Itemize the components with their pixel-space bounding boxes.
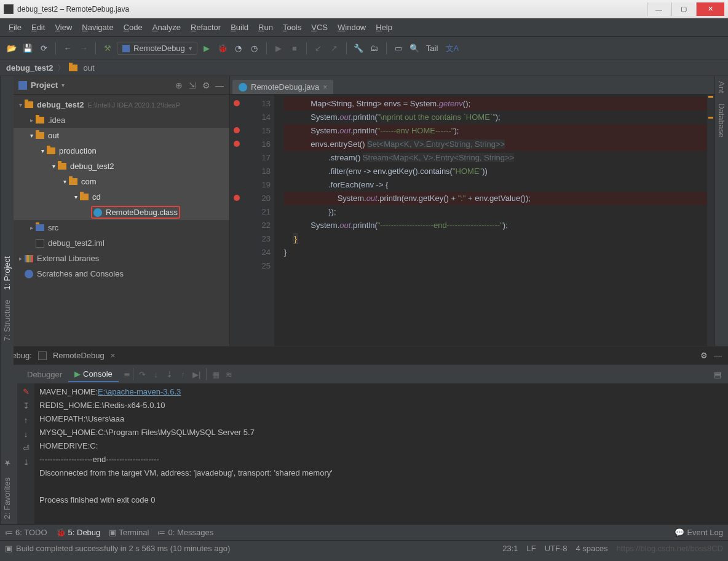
presentation-icon[interactable]: ▭	[392, 42, 405, 55]
menu-vcs[interactable]: VCS	[306, 23, 333, 32]
maximize-button[interactable]: ▢	[671, 2, 695, 16]
breakpoint-gutter[interactable]	[230, 95, 243, 346]
up-icon[interactable]: ↑	[24, 415, 28, 425]
vcs-commit-icon[interactable]: ↗	[328, 42, 341, 55]
status-lf[interactable]: LF	[527, 544, 536, 553]
search-icon[interactable]: 🔍	[408, 42, 421, 55]
menu-run[interactable]: Run	[253, 23, 278, 32]
evaluate-icon[interactable]: ▦	[209, 367, 223, 381]
close-tab-icon[interactable]: ×	[323, 83, 327, 92]
tab-console[interactable]: ▶Console	[68, 367, 119, 382]
editor-tab[interactable]: RemoteDebug.java ×	[232, 80, 333, 94]
run2-icon[interactable]: ▶	[272, 42, 285, 55]
minimize-button[interactable]: —	[647, 2, 670, 16]
vcs-update-icon[interactable]: ↙	[312, 42, 325, 55]
step-out-icon[interactable]: ↑	[176, 367, 190, 381]
edit-icon[interactable]: ✎	[23, 387, 30, 396]
sidetool-project[interactable]: 1: Project	[2, 256, 12, 290]
chevron-down-icon[interactable]: ▾	[61, 82, 65, 88]
tree-iml[interactable]: debug_test2.iml	[14, 235, 229, 251]
status-pos[interactable]: 23:1	[502, 544, 518, 553]
status-spaces[interactable]: 4 spaces	[576, 544, 608, 553]
debug-icon[interactable]: 🐞	[216, 42, 229, 55]
gear-icon[interactable]: ⚙	[201, 80, 211, 90]
menu-navigate[interactable]: Navigate	[77, 23, 118, 32]
console-output[interactable]: MAVEN_HOME:E:\apache-maven-3.6.3REDIS_HO…	[34, 383, 728, 524]
tree-debug-test2[interactable]: ▾debug_test2	[14, 159, 229, 174]
menu-file[interactable]: File	[4, 23, 26, 32]
run-to-cursor-icon[interactable]: ▶|	[190, 367, 204, 381]
coverage-icon[interactable]: ◔	[232, 42, 245, 55]
tree-out[interactable]: ▾out	[14, 128, 229, 143]
hide-icon[interactable]: —	[714, 351, 722, 360]
save-icon[interactable]: 💾	[21, 42, 34, 55]
code-area[interactable]: 13141516171819202122232425 Map<String, S…	[230, 95, 714, 346]
wrap-icon[interactable]: ⏎	[23, 444, 30, 453]
sidetool-favorites[interactable]: 2: Favorites	[2, 477, 12, 519]
sync-icon[interactable]: ⟳	[37, 42, 50, 55]
threads-icon[interactable]: ≣	[124, 370, 130, 379]
open-icon[interactable]: 📂	[5, 42, 18, 55]
tree-com[interactable]: ▾com	[14, 174, 229, 189]
hide-icon[interactable]: —	[215, 80, 224, 90]
menu-tools[interactable]: Tools	[278, 23, 306, 32]
step-over-icon[interactable]: ↷	[136, 367, 149, 381]
projstruct-icon[interactable]: 🗂	[368, 42, 381, 55]
down2-icon[interactable]: ↓	[24, 430, 28, 439]
stop-icon[interactable]: ■	[288, 42, 301, 55]
run-icon[interactable]: ▶	[200, 42, 213, 55]
run-config-select[interactable]: RemoteDebug ▾	[117, 42, 197, 55]
close-button[interactable]: ✕	[696, 2, 724, 16]
tree-class[interactable]: RemoteDebug.class	[14, 205, 229, 220]
force-step-icon[interactable]: ⇣	[163, 367, 176, 381]
config-icon	[122, 45, 130, 52]
layout-icon[interactable]: ▤	[711, 367, 724, 381]
profile-icon[interactable]: ◷	[248, 42, 261, 55]
menu-view[interactable]: View	[50, 23, 77, 32]
sidetool-ant[interactable]: Ant	[717, 81, 726, 93]
forward-icon[interactable]: →	[77, 42, 90, 55]
breadcrumb-root[interactable]: debug_test2	[6, 63, 53, 73]
tree-ext-libs[interactable]: ▸External Libraries	[14, 251, 229, 266]
hammer-icon[interactable]: ⚒	[101, 42, 114, 55]
trace-icon[interactable]: ≋	[223, 367, 236, 381]
expand-icon[interactable]: ⇲	[188, 80, 197, 90]
menu-help[interactable]: Help	[371, 23, 397, 32]
step-into-icon[interactable]: ↓	[149, 367, 163, 381]
down-icon[interactable]: ↧	[23, 401, 30, 410]
tree-src[interactable]: ▸src	[14, 220, 229, 235]
status-icon[interactable]: ▣	[5, 544, 12, 553]
target-icon[interactable]: ⊕	[174, 80, 184, 90]
gear-icon[interactable]: ⚙	[700, 351, 708, 360]
breadcrumb-item[interactable]: out	[84, 63, 95, 73]
bottom-debug[interactable]: 🐞5: Debug	[56, 528, 101, 537]
tab-debugger[interactable]: Debugger	[21, 367, 68, 382]
tree-cd[interactable]: ▾cd	[14, 189, 229, 205]
scroll-icon[interactable]: ⤓	[23, 458, 30, 467]
code-text[interactable]: Map<String, String> envs = System.getenv…	[274, 95, 707, 346]
close-icon[interactable]: ×	[111, 351, 116, 360]
project-title: Project	[31, 80, 58, 90]
back-icon[interactable]: ←	[61, 42, 74, 55]
menu-build[interactable]: Build	[226, 23, 253, 32]
bottom-eventlog[interactable]: 💬Event Log	[675, 528, 723, 537]
menu-code[interactable]: Code	[119, 23, 148, 32]
menu-analyze[interactable]: Analyze	[148, 23, 186, 32]
translate-icon[interactable]: 文A	[445, 42, 459, 55]
menu-edit[interactable]: Edit	[26, 23, 50, 32]
tree-production[interactable]: ▾production	[14, 143, 229, 159]
sidetool-database[interactable]: Database	[717, 103, 726, 138]
sidetool-structure[interactable]: 7: Structure	[2, 300, 12, 341]
menu-window[interactable]: Window	[333, 23, 371, 32]
chevron-down-icon: ▾	[189, 45, 192, 52]
menu-refactor[interactable]: Refactor	[186, 23, 226, 32]
status-enc[interactable]: UTF-8	[545, 544, 568, 553]
bottom-todo[interactable]: ≔6: TODO	[5, 528, 47, 537]
tree-idea[interactable]: ▸.idea	[14, 112, 229, 128]
tree-root[interactable]: ▾debug_test2E:\IntelliJ IDEA 2020.1.2\Id…	[14, 97, 229, 112]
bottom-terminal[interactable]: ▣Terminal	[109, 528, 149, 537]
tail-label[interactable]: Tail	[426, 44, 438, 53]
tree-scratches[interactable]: Scratches and Consoles	[14, 266, 229, 281]
wrench-icon[interactable]: 🔧	[352, 42, 365, 55]
bottom-messages[interactable]: ≔0: Messages	[157, 528, 213, 537]
